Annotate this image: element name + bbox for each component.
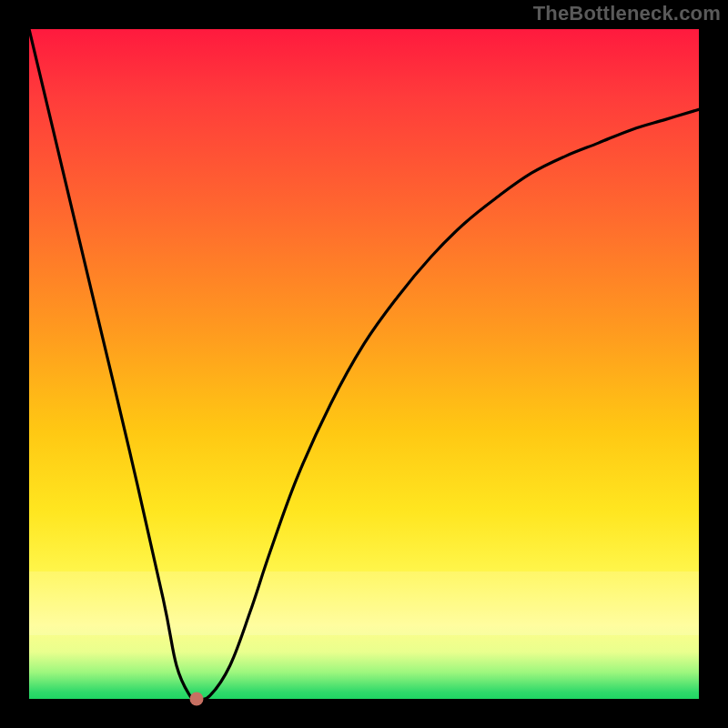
bottleneck-curve bbox=[29, 29, 699, 699]
chart-frame: TheBottleneck.com bbox=[0, 0, 728, 728]
optimum-marker bbox=[190, 693, 204, 706]
watermark-text: TheBottleneck.com bbox=[533, 2, 721, 25]
plot-area bbox=[29, 29, 699, 699]
